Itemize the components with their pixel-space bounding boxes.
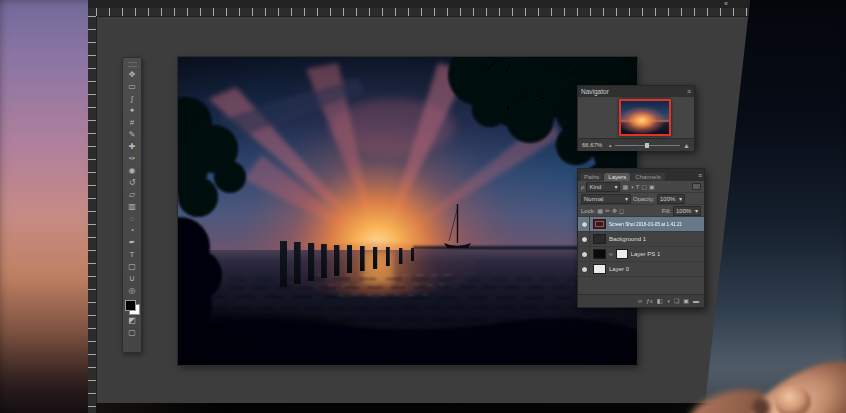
blur-tool-icon[interactable]: ◌ (124, 213, 140, 225)
pixel-layers-filter-icon[interactable]: ▦ (622, 184, 628, 190)
lock-all-icon[interactable]: ◻ (619, 208, 624, 214)
rectangular-marquee-tool-icon[interactable]: ▭ (124, 81, 140, 93)
layer-thumbnail[interactable] (593, 264, 606, 274)
crop-tool-icon[interactable]: # (124, 117, 140, 129)
delete-layer-icon[interactable]: ▬ (693, 298, 699, 304)
lock-transparency-icon[interactable]: ▦ (597, 208, 603, 214)
foreground-color-swatch[interactable] (125, 300, 136, 311)
tab-paths[interactable]: Paths (580, 173, 603, 181)
opacity-value[interactable]: 100% ▾ (657, 194, 685, 204)
layer-row[interactable]: Layer 0 (578, 262, 704, 277)
layer-thumbnail[interactable] (593, 219, 606, 229)
shape-layers-filter-icon[interactable]: ▢ (641, 184, 647, 190)
toolbar-grip[interactable] (128, 62, 137, 67)
zoom-tool-icon[interactable]: ◎ (124, 285, 140, 297)
chevron-down-icon: ▾ (695, 207, 698, 214)
eye-icon (582, 237, 587, 242)
navigator-preview (578, 97, 694, 138)
dodge-tool-icon[interactable]: ◔ (124, 225, 140, 237)
screen-mode-icon[interactable]: ▢ (124, 327, 140, 339)
adjustment-layers-filter-icon[interactable]: ◑ (630, 184, 634, 190)
zoom-out-icon[interactable]: ▴ (609, 142, 612, 148)
layer-name[interactable]: Layer 0 (609, 266, 629, 272)
fill-value[interactable]: 100% ▾ (673, 206, 701, 216)
panel-menu-icon[interactable]: ≡ (698, 172, 702, 179)
tab-channels[interactable]: Channels (631, 173, 664, 181)
opacity-label: Opacity: (633, 196, 655, 202)
navigator-proxy-view[interactable] (619, 99, 671, 136)
chevron-down-icon: ▾ (679, 195, 682, 202)
move-tool-icon[interactable]: ✥ (124, 69, 140, 81)
fill-amount: 100% (676, 208, 691, 214)
gradient-tool-icon[interactable]: ▥ (124, 201, 140, 213)
type-layers-filter-icon[interactable]: T (636, 184, 640, 190)
zoom-slider-handle[interactable] (645, 143, 649, 148)
blend-mode-value: Normal (584, 196, 603, 202)
mask-link-icon[interactable]: ∞ (609, 251, 613, 257)
filter-type-icon[interactable]: ρ (581, 184, 584, 190)
clone-stamp-tool-icon[interactable]: ◉ (124, 165, 140, 177)
new-group-icon[interactable]: ❏ (674, 298, 679, 304)
panel-menu-icon[interactable]: ≡ (687, 88, 691, 95)
lock-pixels-icon[interactable]: ✏ (605, 208, 610, 214)
new-layer-icon[interactable]: ▣ (683, 298, 689, 304)
layer-list: Screen Shot 2016-01-05 at 1.41.21 PM Bac… (578, 217, 704, 294)
spot-healing-brush-tool-icon[interactable]: ✚ (124, 141, 140, 153)
opacity-amount: 100% (660, 196, 675, 202)
layer-thumbnail[interactable] (593, 249, 606, 259)
layers-panel: Paths Layers Channels ≡ ρ Kind ▾ ▦ ◑ T ▢… (577, 168, 705, 308)
type-tool-icon[interactable]: T (124, 249, 140, 261)
canvas-image[interactable] (178, 57, 637, 365)
color-swatches[interactable] (125, 300, 140, 315)
blend-mode-select[interactable]: Normal ▾ (581, 194, 631, 204)
layer-name[interactable]: Background 1 (609, 236, 646, 242)
layer-style-fx-icon[interactable]: ƒx (646, 298, 652, 304)
zoom-percentage[interactable]: 66.67% (582, 142, 606, 148)
hand-fingertip (775, 386, 811, 413)
link-layers-icon[interactable]: ∞ (638, 298, 642, 304)
layer-row[interactable]: Screen Shot 2016-01-05 at 1.41.21 PM (578, 217, 704, 232)
layer-row[interactable]: Background 1 (578, 232, 704, 247)
layers-panel-footer: ∞ ƒx ◧ ◑ ❏ ▣ ▬ (578, 294, 704, 307)
eraser-tool-icon[interactable]: ▱ (124, 189, 140, 201)
pen-tool-icon[interactable]: ✒ (124, 237, 140, 249)
lasso-tool-icon[interactable]: ʃ (124, 93, 140, 105)
eyedropper-tool-icon[interactable]: ✎ (124, 129, 140, 141)
navigator-thumbnail[interactable] (619, 99, 671, 136)
eye-icon (582, 252, 587, 257)
navigator-footer: 66.67% ▴ ▲ (578, 138, 694, 151)
add-layer-mask-icon[interactable]: ◧ (657, 298, 663, 304)
smart-objects-filter-icon[interactable]: ▣ (649, 184, 655, 190)
layer-visibility-toggle[interactable] (580, 217, 590, 231)
panel-collapse-icon[interactable]: « (724, 0, 728, 8)
lock-position-icon[interactable]: ✥ (612, 208, 617, 214)
blurred-background-left (0, 0, 102, 413)
zoom-slider[interactable] (615, 145, 681, 146)
history-brush-tool-icon[interactable]: ↺ (124, 177, 140, 189)
layer-visibility-toggle[interactable] (580, 247, 590, 261)
vertical-ruler (88, 16, 97, 413)
layer-row[interactable]: ∞ Layer PS 1 (578, 247, 704, 262)
chevron-down-icon: ▾ (625, 195, 628, 202)
lock-fill-row: Lock: ▦ ✏ ✥ ◻ Fill: 100% ▾ (578, 205, 704, 217)
hand-tool-icon[interactable]: ∪ (124, 273, 140, 285)
layer-mask-thumbnail[interactable] (616, 249, 628, 259)
screen-bottom-bezel (96, 403, 788, 413)
layer-visibility-toggle[interactable] (580, 232, 590, 246)
zoom-in-icon[interactable]: ▲ (683, 142, 690, 149)
navigator-header: Navigator ≡ (578, 86, 694, 97)
photo-of-screen: « (0, 0, 846, 413)
filter-kind-select[interactable]: Kind ▾ (586, 182, 620, 192)
chevron-down-icon: ▾ (614, 183, 617, 190)
new-adjustment-layer-icon[interactable]: ◑ (666, 298, 670, 304)
filter-toggle-switch[interactable] (692, 183, 701, 190)
layer-name[interactable]: Screen Shot 2016-01-05 at 1.41.21 PM (609, 222, 682, 227)
quick-mask-icon[interactable]: ◩ (124, 315, 140, 327)
quick-selection-tool-icon[interactable]: ✦ (124, 105, 140, 117)
shape-tool-icon[interactable]: ▢ (124, 261, 140, 273)
layer-name[interactable]: Layer PS 1 (631, 251, 661, 257)
layer-thumbnail[interactable] (593, 234, 606, 244)
brush-tool-icon[interactable]: ✑ (124, 153, 140, 165)
tab-layers[interactable]: Layers (604, 173, 630, 181)
layer-visibility-toggle[interactable] (580, 262, 590, 276)
